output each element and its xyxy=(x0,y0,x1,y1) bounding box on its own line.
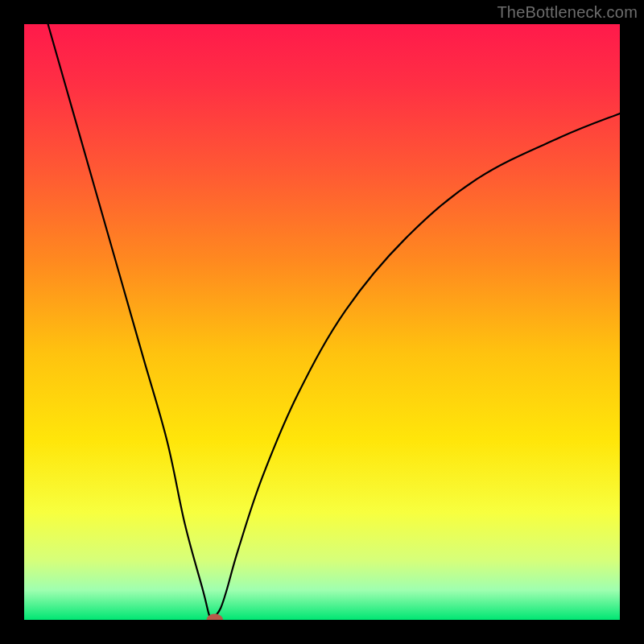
plot-area xyxy=(24,24,620,620)
chart-svg xyxy=(24,24,620,620)
gradient-background xyxy=(24,24,620,620)
outer-frame: TheBottleneck.com xyxy=(0,0,644,644)
watermark-text: TheBottleneck.com xyxy=(497,3,638,22)
